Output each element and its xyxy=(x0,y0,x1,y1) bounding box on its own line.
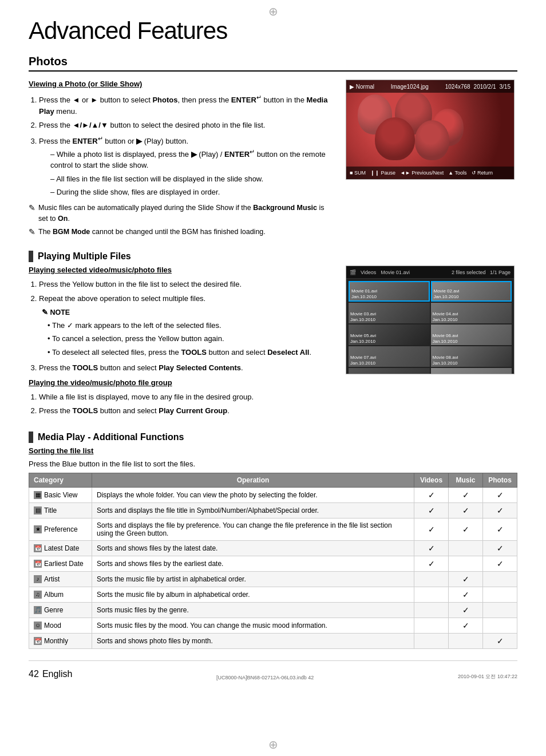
note-item-2: To cancel a selection, press the Yellow … xyxy=(48,333,334,345)
tv-grid-top-bar: 🎬 Videos Movie 01.avi 2 files selected 1… xyxy=(346,266,514,279)
footer-file: [UC8000-NA]BN68-02712A-06L03.indb 42 xyxy=(216,675,314,680)
latest-date-icon: 📅 xyxy=(34,544,42,552)
table-row: ★Preference Sorts and displays the file … xyxy=(29,518,517,540)
tv-bottom-bar-photo: ■ SUM ❙❙ Pause ◄► Previous/Next ▲ Tools … xyxy=(346,167,514,179)
subsection-sorting: Sorting the file list xyxy=(29,446,517,455)
group-steps-list: While a file list is displayed, move to … xyxy=(29,391,334,417)
viewing-step-3: Press the ENTER↵ button or ▶ (Play) butt… xyxy=(39,134,334,198)
sorting-desc: Press the Blue button in the file list t… xyxy=(29,460,517,468)
col-header-photos: Photos xyxy=(483,473,517,487)
viewing-steps-list: Press the ◄ or ► button to select Photos… xyxy=(29,93,334,198)
group-step-1: While a file list is displayed, move to … xyxy=(39,391,334,403)
table-row: ♫Album Sorts the music file by album in … xyxy=(29,587,517,602)
dash-item-1: While a photo list is displayed, press t… xyxy=(50,147,334,171)
section-title-photos: Photos xyxy=(29,55,517,72)
page-footer: 42 English [UC8000-NA]BN68-02712A-06L03.… xyxy=(29,660,517,680)
grid-item-4: Movie 04.aviJan.10.2010 xyxy=(431,303,512,323)
subsection-group: Playing the video/music/photo file group xyxy=(29,378,334,387)
note-bgm-music: ✎ Music files can be automatically playe… xyxy=(29,203,334,224)
section-title-playing: Playing Multiple Files xyxy=(38,251,131,262)
title-icon: ▤ xyxy=(34,506,42,514)
artist-icon: ♪ xyxy=(34,575,42,583)
tv-grid-content: Movie 01.aviJan.10.2010 Movie 02.aviJan.… xyxy=(346,279,514,374)
grid-item-8: Movie 08.aviJan.10.2010 xyxy=(431,346,512,367)
subsection-viewing: Viewing a Photo (or Slide Show) xyxy=(29,80,334,88)
tv-screenshot-photo: ▶ Normal Image1024.jpg 1024x768 2010/2/1… xyxy=(346,80,515,180)
group-step-2: Press the TOOLS button and select Play C… xyxy=(39,405,334,417)
page-number-block: 42 English xyxy=(29,666,72,680)
selected-step-1: Press the Yellow button in the file list… xyxy=(39,279,334,290)
genre-icon: 🎵 xyxy=(34,606,42,614)
col-header-videos: Videos xyxy=(414,473,449,487)
mood-icon: ☺ xyxy=(34,622,42,630)
table-row: 📅Earliest Date Sorts and shows files by … xyxy=(29,556,517,571)
grid-item-2: Movie 02.aviJan.10.2010 xyxy=(431,281,512,302)
sorting-table: Category Operation Videos Music Photos ▦… xyxy=(29,473,517,649)
footer-date: 2010-09-01 오전 10:47:22 xyxy=(458,673,517,680)
page-number: 42 English xyxy=(29,666,72,680)
basic-view-icon: ▦ xyxy=(34,491,42,499)
selected-step-3: Press the TOOLS button and select Play S… xyxy=(39,362,334,374)
col-header-operation: Operation xyxy=(92,473,414,487)
selected-step-2: Repeat the above operation to select mul… xyxy=(39,293,334,358)
table-row: ♪Artist Sorts the music file by artist i… xyxy=(29,571,517,587)
note-bgm-mode: ✎ The BGM Mode cannot be changed until t… xyxy=(29,227,334,238)
grid-item-10: Movie 10.aviJan.10.2010 xyxy=(431,368,512,374)
section-bar-playing xyxy=(29,251,33,262)
album-icon: ♫ xyxy=(34,591,42,599)
note-block: ✎ NOTE The ✓ mark appears to the left of… xyxy=(42,307,334,358)
section-bar-media xyxy=(29,432,33,443)
page-title: Advanced Features xyxy=(29,17,517,45)
tv-screenshot-video-grid: 🎬 Videos Movie 01.avi 2 files selected 1… xyxy=(346,266,515,374)
note-item-3: To deselect all selected files, press th… xyxy=(48,347,334,358)
monthly-icon: 📆 xyxy=(34,637,42,645)
viewing-step-1: Press the ◄ or ► button to select Photos… xyxy=(39,93,334,117)
col-header-category: Category xyxy=(29,473,92,487)
pencil-icon-1: ✎ xyxy=(29,203,35,212)
note-item-1: The ✓ mark appears to the left of the se… xyxy=(48,320,334,331)
section-title-media: Media Play - Additional Functions xyxy=(38,432,184,442)
crosshair-top-icon: ⊕ xyxy=(268,5,278,18)
grid-item-6: Movie 06.aviJan.10.2010 xyxy=(431,324,512,345)
earliest-date-icon: 📅 xyxy=(34,560,42,568)
table-row: ▤Title Sorts and displays the file title… xyxy=(29,502,517,518)
crosshair-bottom-icon: ⊕ xyxy=(268,738,278,751)
preference-icon: ★ xyxy=(34,525,42,533)
col-header-music: Music xyxy=(449,473,483,487)
subsection-selected-files: Playing selected video/music/photo files xyxy=(29,266,334,274)
grid-item-5: Movie 05.aviJan.10.2010 xyxy=(349,324,430,345)
table-row: 📅Latest Date Sorts and shows files by th… xyxy=(29,540,517,556)
table-row: ▦Basic View Displays the whole folder. Y… xyxy=(29,487,517,502)
table-row: 📆Monthly Sorts and shows photo files by … xyxy=(29,633,517,648)
grid-item-7: Movie 07.aviJan.10.2010 xyxy=(349,346,430,367)
sorting-table-body: ▦Basic View Displays the whole folder. Y… xyxy=(29,487,517,648)
table-row: 🎵Genre Sorts music files by the genre. ✓ xyxy=(29,602,517,618)
grid-item-3: Movie 03.aviJan.10.2010 xyxy=(349,303,430,323)
dash-item-2: All files in the file list section will … xyxy=(50,173,334,185)
tv-screenshot-inner xyxy=(346,80,514,179)
viewing-step-2: Press the ◄/►/▲/▼ button to select the d… xyxy=(39,120,334,131)
selected-steps-list: Press the Yellow button in the file list… xyxy=(29,279,334,374)
grid-item-9: Movie 09.aviJan.10.2010 xyxy=(349,368,430,374)
dash-item-3: During the slide show, files are display… xyxy=(50,187,334,198)
grid-item-1: Movie 01.aviJan.10.2010 xyxy=(349,281,430,302)
note-items-list: The ✓ mark appears to the left of the se… xyxy=(42,320,334,358)
pencil-icon-2: ✎ xyxy=(29,227,35,236)
table-row: ☺Mood Sorts music files by the mood. You… xyxy=(29,618,517,633)
tv-top-bar-photo: ▶ Normal Image1024.jpg 1024x768 2010/2/1… xyxy=(346,80,514,93)
